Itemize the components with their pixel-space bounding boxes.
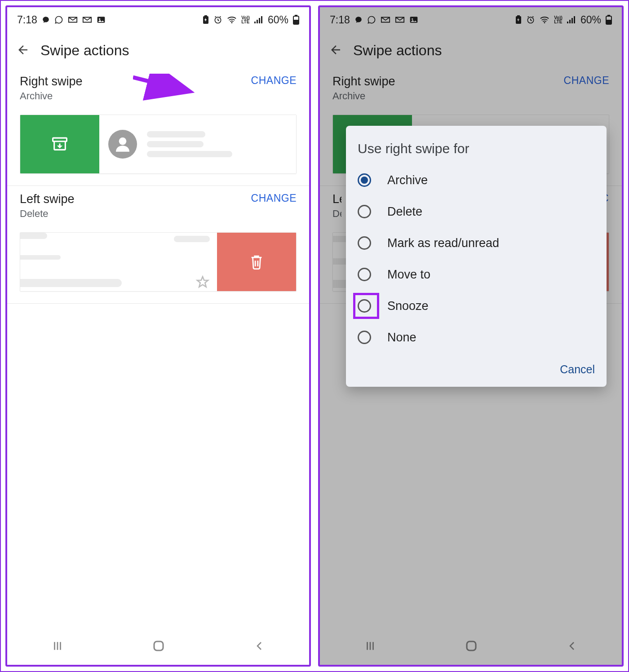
swipe-action-delete (217, 233, 296, 291)
alarm-icon (526, 15, 535, 24)
nav-back[interactable] (254, 641, 265, 653)
radio-icon (358, 331, 371, 344)
signal-icon (254, 16, 263, 23)
svg-rect-6 (254, 22, 256, 23)
right-swipe-section: Right swipe Archive CHANGE (7, 68, 309, 186)
alarm-icon (213, 15, 222, 24)
annotation-highlight (353, 293, 379, 319)
message-preview (99, 115, 296, 173)
svg-rect-26 (574, 16, 575, 23)
swipe-action-dialog: Use right swipe for ArchiveDeleteMark as… (346, 126, 607, 387)
nav-home[interactable] (152, 639, 165, 654)
svg-point-5 (231, 22, 233, 23)
dialog-option-label: Archive (387, 173, 428, 187)
back-button[interactable] (329, 43, 342, 58)
svg-rect-9 (261, 16, 262, 23)
svg-rect-23 (567, 22, 568, 23)
dialog-option-snooze[interactable]: Snooze (358, 290, 595, 322)
star-icon (195, 275, 210, 291)
dialog-option-archive[interactable]: Archive (358, 164, 595, 196)
svg-rect-12 (294, 20, 298, 24)
svg-point-14 (119, 137, 127, 145)
radio-icon (358, 236, 371, 250)
battery-icon (293, 15, 299, 25)
radio-icon (358, 173, 371, 187)
svg-rect-13 (53, 138, 67, 141)
svg-rect-20 (517, 15, 520, 17)
left-swipe-title: Left swipe (20, 192, 75, 206)
dialog-option-mark-as-read-unread[interactable]: Mark as read/unread (358, 227, 595, 259)
wifi-icon (227, 16, 237, 24)
signal-icon (567, 16, 576, 23)
radio-icon (358, 205, 371, 218)
image-icon (97, 16, 106, 24)
dialog-option-delete[interactable]: Delete (358, 196, 595, 227)
gmail-icon (381, 16, 390, 23)
right-swipe-preview (20, 115, 297, 174)
svg-rect-25 (571, 18, 573, 23)
svg-rect-28 (607, 15, 610, 16)
nav-back[interactable] (567, 641, 577, 653)
volte-icon: Vo))LTE (241, 16, 250, 24)
message-preview-left (20, 233, 217, 291)
svg-rect-3 (204, 15, 207, 17)
dialog-option-none[interactable]: None (358, 322, 595, 353)
app-bar: Swipe actions (7, 32, 309, 68)
page-title: Swipe actions (353, 42, 442, 59)
svg-rect-29 (607, 20, 611, 24)
svg-rect-32 (467, 641, 476, 650)
status-bar: 7:18 Vo))LTE 60% (320, 7, 622, 32)
preview-lines (147, 128, 287, 161)
right-swipe-change-button[interactable]: CHANGE (564, 75, 609, 87)
swipe-action-archive (20, 115, 99, 173)
status-bar: 7:18 Vo))LTE 60% (7, 7, 309, 32)
battery-saver-icon (203, 15, 209, 24)
svg-rect-8 (259, 18, 260, 23)
right-swipe-change-button[interactable]: CHANGE (251, 75, 297, 87)
phone-screenshot-left: 7:18 Vo))LTE 60% Swipe actions (5, 5, 311, 667)
dialog-cancel-button[interactable]: Cancel (560, 363, 595, 376)
nav-recents[interactable] (52, 640, 63, 654)
battery-percent: 60% (268, 14, 288, 26)
left-swipe-change-button[interactable]: CHANGE (251, 192, 297, 204)
svg-point-1 (99, 18, 100, 20)
page-title: Swipe actions (40, 42, 129, 59)
whatsapp-icon (54, 15, 63, 24)
left-swipe-subtitle: Delete (332, 208, 341, 220)
nav-home[interactable] (465, 639, 478, 654)
gmail-icon (68, 16, 78, 23)
svg-rect-24 (569, 20, 571, 23)
phone-screenshot-right: 7:18 Vo))LTE 60% Swipe actions (318, 5, 624, 667)
back-button[interactable] (16, 43, 30, 58)
dialog-option-label: Move to (387, 268, 430, 282)
svg-rect-11 (295, 15, 297, 16)
right-swipe-title: Right swipe (332, 75, 395, 88)
right-swipe-subtitle: Archive (332, 90, 395, 102)
gmail-icon-2 (82, 16, 92, 23)
whatsapp-icon (367, 15, 376, 24)
android-navbar (320, 629, 622, 665)
left-swipe-preview (20, 232, 297, 292)
battery-saver-icon (515, 15, 522, 24)
chat-icon (42, 16, 50, 24)
battery-percent: 60% (580, 14, 601, 26)
gmail-icon-2 (395, 16, 405, 23)
battery-icon (606, 15, 612, 25)
dialog-option-move-to[interactable]: Move to (358, 259, 595, 290)
wifi-icon (540, 16, 549, 24)
chat-icon (354, 16, 363, 24)
android-navbar (7, 629, 309, 665)
dialog-option-label: Delete (387, 205, 422, 219)
volte-icon: Vo))LTE (554, 16, 563, 24)
status-time: 7:18 (17, 14, 37, 26)
dialog-option-label: None (387, 331, 416, 345)
nav-recents[interactable] (364, 640, 376, 654)
svg-point-22 (544, 22, 545, 23)
right-swipe-subtitle: Archive (20, 90, 83, 102)
app-bar: Swipe actions (320, 32, 622, 68)
svg-rect-16 (154, 641, 163, 650)
avatar-icon (108, 130, 137, 159)
dialog-title: Use right swipe for (358, 141, 595, 156)
radio-icon (358, 268, 371, 281)
status-time: 7:18 (330, 14, 350, 26)
